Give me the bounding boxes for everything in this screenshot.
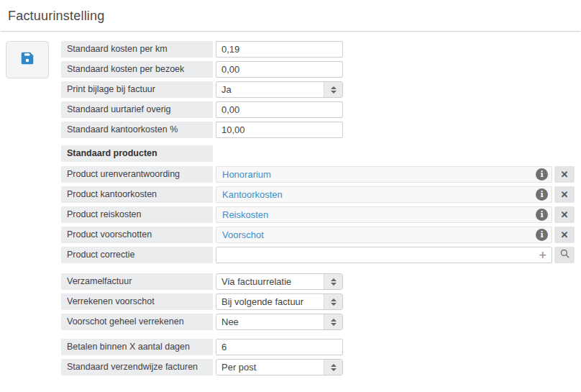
form-row-product-urenverantwoording: Product urenverantwoording Honorarium i … [61,166,575,183]
info-icon[interactable]: i [536,168,548,181]
section-header-standaard-producten: Standaard producten [61,145,213,162]
field-label: Verzamelfactuur [61,273,213,290]
add-icon[interactable]: + [539,249,546,262]
kantoorkosten-pct-input[interactable] [216,122,343,138]
product-correctie-input[interactable]: + [216,247,552,263]
selected-value: Bij volgende factuur [216,294,324,309]
form-row-verzamelfactuur: Verzamelfactuur Via factuurrelatie [61,273,575,290]
product-voorschotten-link[interactable]: Voorschot [222,229,536,240]
field-label: Product correctie [61,247,213,263]
product-value-bar: Voorschot i [216,227,552,243]
field-label: Standaard kantoorkosten % [61,122,213,138]
select-arrows-icon [324,274,342,289]
select-arrows-icon [324,360,342,375]
info-icon[interactable]: i [536,188,548,201]
remove-product-button[interactable]: ✕ [554,186,575,203]
betalen-binnen-input[interactable] [216,339,343,355]
field-label: Verrekenen voorschot [61,293,213,310]
close-icon: ✕ [561,190,569,199]
form-row-print-bijlage: Print bijlage bij factuur Ja [61,81,575,98]
field-label: Standaard verzendwijze facturen [61,359,213,375]
select-arrows-icon [324,82,342,97]
field-label: Print bijlage bij factuur [61,81,213,98]
remove-product-button[interactable]: ✕ [554,206,575,223]
verzamelfactuur-select[interactable]: Via factuurrelatie [216,273,343,290]
field-label: Product voorschotten [61,227,213,243]
voorschot-geheel-select[interactable]: Nee [216,314,343,330]
remove-product-button[interactable]: ✕ [554,166,575,183]
search-icon [559,248,570,262]
form-row-uurtarief-overig: Standaard uurtarief overig [61,101,575,118]
search-product-button[interactable] [554,247,575,263]
product-urenverantwoording-link[interactable]: Honorarium [222,169,536,180]
invoice-settings-form: Standaard kosten per km Standaard kosten… [61,41,575,379]
field-label: Standaard uurtarief overig [61,101,213,118]
print-bijlage-select[interactable]: Ja [216,81,343,98]
info-icon[interactable]: i [536,229,548,241]
info-icon[interactable]: i [536,209,548,221]
form-row-voorschot-geheel: Voorschot geheel verrekenen Nee [61,314,575,330]
form-row-verrekenen-voorschot: Verrekenen voorschot Bij volgende factuu… [61,293,575,310]
close-icon: ✕ [561,210,569,219]
product-reiskosten-link[interactable]: Reiskosten [222,209,536,220]
field-label: Standaard kosten per km [61,41,213,58]
kosten-per-bezoek-input[interactable] [216,61,343,78]
form-row-product-correctie: Product correctie + [61,247,575,263]
field-label: Betalen binnen X aantal dagen [61,339,213,355]
form-row-verzendwijze: Standaard verzendwijze facturen Per post [61,359,575,375]
verrekenen-voorschot-select[interactable]: Bij volgende factuur [216,293,343,310]
field-label: Product urenverantwoording [61,166,213,183]
close-icon: ✕ [561,170,569,179]
selected-value: Ja [216,82,324,97]
field-label: Product kantoorkosten [61,186,213,203]
form-row-betalen-binnen: Betalen binnen X aantal dagen [61,339,575,355]
field-label: Voorschot geheel verrekenen [61,314,213,330]
remove-product-button[interactable]: ✕ [554,227,575,243]
field-label: Standaard kosten per bezoek [61,61,213,78]
form-row-kantoorkosten-pct: Standaard kantoorkosten % [61,122,575,138]
product-kantoorkosten-link[interactable]: Kantoorkosten [222,189,536,200]
save-button[interactable] [6,41,49,78]
form-row-product-kantoorkosten: Product kantoorkosten Kantoorkosten i ✕ [61,186,575,203]
product-value-bar: Honorarium i [216,166,552,183]
kosten-per-km-input[interactable] [216,41,343,58]
page-title: Factuurinstelling [0,0,581,31]
selected-value: Via factuurrelatie [216,274,324,289]
select-arrows-icon [324,314,342,329]
section-header-row: Standaard producten [61,145,575,162]
form-row-kosten-per-bezoek: Standaard kosten per bezoek [61,61,575,78]
form-row-product-reiskosten: Product reiskosten Reiskosten i ✕ [61,206,575,223]
product-value-bar: Reiskosten i [216,206,552,223]
selected-value: Nee [216,314,324,329]
form-row-product-voorschotten: Product voorschotten Voorschot i ✕ [61,227,575,243]
close-icon: ✕ [561,230,569,240]
form-row-kosten-per-km: Standaard kosten per km [61,41,575,58]
save-icon [19,50,35,69]
field-label: Product reiskosten [61,206,213,223]
verzendwijze-select[interactable]: Per post [216,359,343,375]
selected-value: Per post [216,360,324,375]
product-value-bar: Kantoorkosten i [216,186,552,203]
select-arrows-icon [324,294,342,309]
uurtarief-overig-input[interactable] [216,101,343,118]
settings-content: Standaard kosten per km Standaard kosten… [0,32,581,379]
